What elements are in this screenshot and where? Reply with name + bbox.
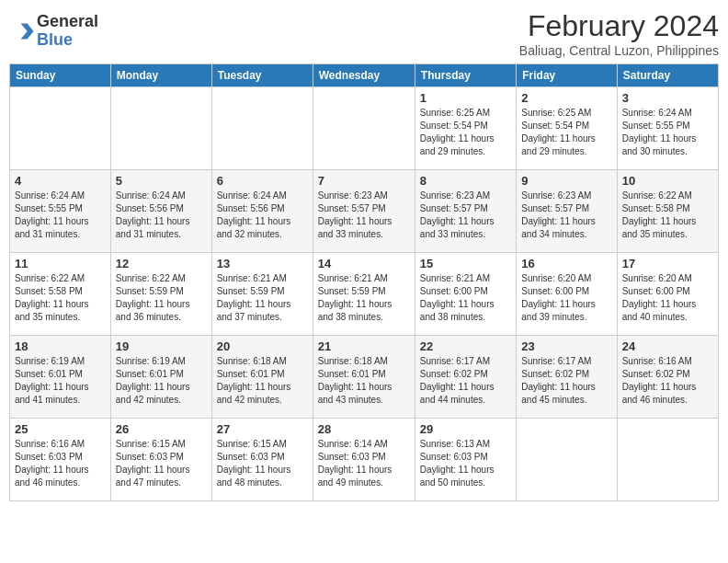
day-info: Sunrise: 6:16 AM Sunset: 6:02 PM Dayligh…	[622, 355, 713, 407]
calendar-cell: 9Sunrise: 6:23 AM Sunset: 5:57 PM Daylig…	[517, 170, 617, 253]
column-header-tuesday: Tuesday	[211, 64, 313, 87]
title-area: February 2024 Baliuag, Central Luzon, Ph…	[519, 9, 719, 58]
day-number: 15	[420, 257, 511, 270]
calendar-cell	[617, 419, 718, 501]
calendar-cell: 28Sunrise: 6:14 AM Sunset: 6:03 PM Dayli…	[313, 419, 415, 501]
logo: General Blue	[9, 13, 98, 50]
calendar-body: 1Sunrise: 6:25 AM Sunset: 5:54 PM Daylig…	[10, 87, 719, 501]
calendar-cell: 13Sunrise: 6:21 AM Sunset: 5:59 PM Dayli…	[211, 253, 313, 336]
day-info: Sunrise: 6:15 AM Sunset: 6:03 PM Dayligh…	[116, 438, 207, 489]
day-info: Sunrise: 6:25 AM Sunset: 5:54 PM Dayligh…	[521, 107, 611, 158]
calendar-cell: 10Sunrise: 6:22 AM Sunset: 5:58 PM Dayli…	[617, 170, 718, 253]
calendar-week-2: 4Sunrise: 6:24 AM Sunset: 5:55 PM Daylig…	[10, 170, 719, 253]
calendar-cell: 27Sunrise: 6:15 AM Sunset: 6:03 PM Dayli…	[211, 419, 313, 501]
day-number: 14	[318, 257, 410, 270]
day-info: Sunrise: 6:22 AM Sunset: 5:58 PM Dayligh…	[15, 272, 106, 324]
calendar-week-5: 25Sunrise: 6:16 AM Sunset: 6:03 PM Dayli…	[10, 419, 719, 501]
day-info: Sunrise: 6:22 AM Sunset: 5:59 PM Dayligh…	[116, 272, 207, 324]
calendar-cell: 6Sunrise: 6:24 AM Sunset: 5:56 PM Daylig…	[211, 170, 313, 253]
day-number: 27	[217, 422, 308, 436]
day-info: Sunrise: 6:17 AM Sunset: 6:02 PM Dayligh…	[420, 355, 511, 407]
calendar-table: SundayMondayTuesdayWednesdayThursdayFrid…	[9, 63, 719, 501]
day-number: 9	[521, 174, 611, 188]
day-info: Sunrise: 6:20 AM Sunset: 6:00 PM Dayligh…	[622, 272, 713, 324]
calendar-cell: 2Sunrise: 6:25 AM Sunset: 5:54 PM Daylig…	[517, 87, 617, 170]
day-number: 2	[521, 91, 611, 105]
day-number: 13	[217, 257, 308, 270]
day-info: Sunrise: 6:23 AM Sunset: 5:57 PM Dayligh…	[420, 190, 511, 241]
day-info: Sunrise: 6:13 AM Sunset: 6:03 PM Dayligh…	[420, 438, 511, 489]
day-number: 6	[217, 174, 308, 188]
calendar-cell	[313, 87, 415, 170]
day-number: 11	[15, 257, 106, 270]
calendar-week-4: 18Sunrise: 6:19 AM Sunset: 6:01 PM Dayli…	[10, 336, 719, 419]
column-header-thursday: Thursday	[415, 64, 516, 87]
day-number: 17	[622, 257, 713, 270]
day-info: Sunrise: 6:24 AM Sunset: 5:55 PM Dayligh…	[622, 107, 713, 158]
header: General Blue February 2024 Baliuag, Cent…	[9, 9, 719, 58]
calendar-cell: 29Sunrise: 6:13 AM Sunset: 6:03 PM Dayli…	[415, 419, 516, 501]
calendar-cell: 18Sunrise: 6:19 AM Sunset: 6:01 PM Dayli…	[10, 336, 111, 419]
calendar-cell: 22Sunrise: 6:17 AM Sunset: 6:02 PM Dayli…	[415, 336, 516, 419]
day-number: 26	[116, 422, 207, 436]
calendar-cell: 16Sunrise: 6:20 AM Sunset: 6:00 PM Dayli…	[517, 253, 617, 336]
calendar-cell: 20Sunrise: 6:18 AM Sunset: 6:01 PM Dayli…	[211, 336, 313, 419]
calendar-cell: 12Sunrise: 6:22 AM Sunset: 5:59 PM Dayli…	[110, 253, 211, 336]
location-title: Baliuag, Central Luzon, Philippines	[519, 43, 719, 58]
calendar-cell: 5Sunrise: 6:24 AM Sunset: 5:56 PM Daylig…	[110, 170, 211, 253]
calendar-cell: 24Sunrise: 6:16 AM Sunset: 6:02 PM Dayli…	[617, 336, 718, 419]
day-number: 29	[420, 422, 511, 436]
calendar-cell: 7Sunrise: 6:23 AM Sunset: 5:57 PM Daylig…	[313, 170, 415, 253]
calendar-cell: 21Sunrise: 6:18 AM Sunset: 6:01 PM Dayli…	[313, 336, 415, 419]
calendar-cell	[211, 87, 313, 170]
day-info: Sunrise: 6:19 AM Sunset: 6:01 PM Dayligh…	[116, 355, 207, 407]
day-info: Sunrise: 6:24 AM Sunset: 5:56 PM Dayligh…	[217, 190, 308, 241]
day-info: Sunrise: 6:23 AM Sunset: 5:57 PM Dayligh…	[521, 190, 611, 241]
day-number: 22	[420, 339, 511, 353]
column-header-wednesday: Wednesday	[313, 64, 415, 87]
day-info: Sunrise: 6:20 AM Sunset: 6:00 PM Dayligh…	[521, 272, 611, 324]
day-info: Sunrise: 6:14 AM Sunset: 6:03 PM Dayligh…	[318, 438, 410, 489]
day-info: Sunrise: 6:16 AM Sunset: 6:03 PM Dayligh…	[15, 438, 106, 489]
day-number: 1	[420, 91, 511, 105]
calendar-cell: 17Sunrise: 6:20 AM Sunset: 6:00 PM Dayli…	[617, 253, 718, 336]
day-number: 10	[622, 174, 713, 188]
calendar-cell: 23Sunrise: 6:17 AM Sunset: 6:02 PM Dayli…	[517, 336, 617, 419]
column-header-sunday: Sunday	[10, 64, 111, 87]
day-number: 20	[217, 339, 308, 353]
day-number: 16	[521, 257, 611, 270]
column-header-saturday: Saturday	[617, 64, 718, 87]
day-number: 24	[622, 339, 713, 353]
day-number: 4	[15, 174, 106, 188]
logo-text: General Blue	[37, 13, 98, 50]
day-number: 7	[318, 174, 410, 188]
day-number: 3	[622, 91, 713, 105]
calendar-cell	[517, 419, 617, 501]
day-number: 25	[15, 422, 106, 436]
day-info: Sunrise: 6:22 AM Sunset: 5:58 PM Dayligh…	[622, 190, 713, 241]
month-title: February 2024	[519, 9, 719, 43]
calendar-cell: 26Sunrise: 6:15 AM Sunset: 6:03 PM Dayli…	[110, 419, 211, 501]
day-number: 21	[318, 339, 410, 353]
calendar-week-3: 11Sunrise: 6:22 AM Sunset: 5:58 PM Dayli…	[10, 253, 719, 336]
svg-marker-0	[21, 23, 34, 39]
logo-general: General	[37, 13, 98, 31]
day-info: Sunrise: 6:21 AM Sunset: 6:00 PM Dayligh…	[420, 272, 511, 324]
day-info: Sunrise: 6:24 AM Sunset: 5:55 PM Dayligh…	[15, 190, 106, 241]
day-info: Sunrise: 6:21 AM Sunset: 5:59 PM Dayligh…	[318, 272, 410, 324]
day-number: 8	[420, 174, 511, 188]
logo-blue: Blue	[37, 31, 98, 50]
day-number: 23	[521, 339, 611, 353]
day-info: Sunrise: 6:15 AM Sunset: 6:03 PM Dayligh…	[217, 438, 308, 489]
calendar-cell	[110, 87, 211, 170]
day-info: Sunrise: 6:24 AM Sunset: 5:56 PM Dayligh…	[116, 190, 207, 241]
calendar-cell	[10, 87, 111, 170]
calendar-cell: 14Sunrise: 6:21 AM Sunset: 5:59 PM Dayli…	[313, 253, 415, 336]
calendar-cell: 4Sunrise: 6:24 AM Sunset: 5:55 PM Daylig…	[10, 170, 111, 253]
column-header-friday: Friday	[517, 64, 617, 87]
day-info: Sunrise: 6:17 AM Sunset: 6:02 PM Dayligh…	[521, 355, 611, 407]
day-info: Sunrise: 6:19 AM Sunset: 6:01 PM Dayligh…	[15, 355, 106, 407]
day-info: Sunrise: 6:23 AM Sunset: 5:57 PM Dayligh…	[318, 190, 410, 241]
calendar-cell: 25Sunrise: 6:16 AM Sunset: 6:03 PM Dayli…	[10, 419, 111, 501]
column-header-monday: Monday	[110, 64, 211, 87]
